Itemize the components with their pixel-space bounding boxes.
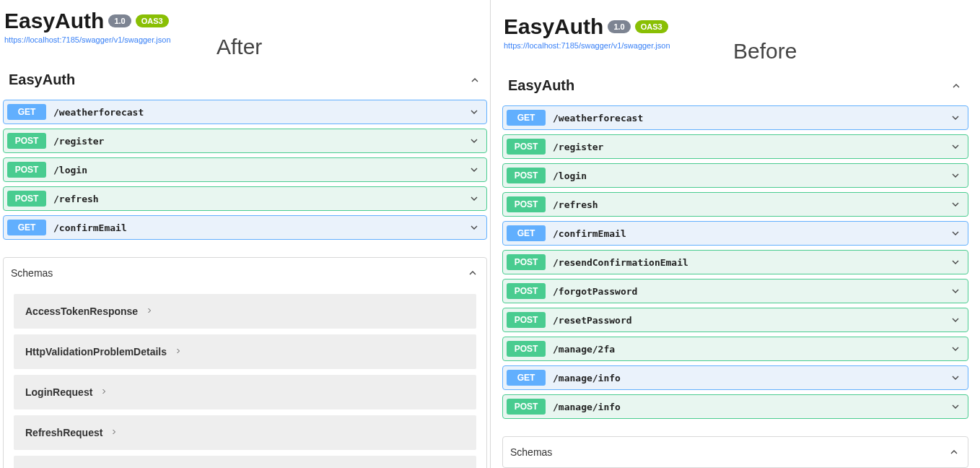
operation-path: /confirmEmail	[553, 228, 949, 239]
schemas-header[interactable]: Schemas	[4, 258, 486, 288]
operation-row[interactable]: POST/login	[502, 163, 968, 188]
operation-row[interactable]: POST/resetPassword	[502, 308, 968, 332]
chevron-down-icon	[949, 342, 962, 355]
chevron-down-icon	[949, 140, 962, 153]
chevron-right-icon	[145, 306, 154, 317]
method-badge: GET	[7, 104, 46, 120]
chevron-up-icon	[466, 266, 479, 280]
operation-path: /confirmEmail	[53, 222, 468, 233]
operation-row[interactable]: POST/manage/2fa	[502, 337, 968, 361]
chevron-up-icon	[468, 74, 481, 87]
schema-name: AccessTokenResponse	[25, 306, 138, 317]
method-badge: GET	[507, 370, 546, 386]
method-badge: POST	[507, 312, 546, 328]
chevron-down-icon	[468, 105, 481, 118]
version-badge: 1.0	[108, 14, 131, 27]
operation-row[interactable]: POST/refresh	[502, 192, 968, 217]
method-badge: POST	[507, 139, 546, 155]
operation-path: /register	[553, 142, 949, 152]
schema-item[interactable]: RegisterRequest	[14, 456, 476, 468]
method-badge: POST	[507, 168, 546, 183]
chevron-down-icon	[949, 371, 962, 384]
operation-row[interactable]: POST/manage/info	[502, 394, 968, 419]
title-row: EasyAuth 1.0 OAS3	[3, 6, 487, 32]
operation-row[interactable]: POST/refresh	[3, 186, 487, 211]
method-badge: POST	[507, 196, 546, 212]
operation-path: /login	[553, 170, 949, 181]
schemas-list: AccessTokenResponseHttpValidationProblem…	[4, 294, 486, 468]
chevron-up-icon	[948, 446, 961, 459]
schema-name: LoginRequest	[25, 386, 92, 398]
method-badge: POST	[7, 133, 46, 149]
operation-row[interactable]: POST/resendConfirmationEmail	[502, 250, 968, 274]
operations-list: GET/weatherforecastPOST/registerPOST/log…	[3, 100, 487, 240]
chevron-right-icon	[100, 386, 108, 398]
method-badge: POST	[7, 191, 46, 207]
operation-row[interactable]: POST/forgotPassword	[502, 279, 968, 303]
method-badge: GET	[507, 225, 546, 241]
schemas-label: Schemas	[510, 446, 552, 458]
operation-row[interactable]: GET/weatherforecast	[3, 100, 487, 124]
chevron-down-icon	[949, 285, 962, 298]
operation-row[interactable]: GET/manage/info	[502, 365, 968, 390]
chevron-down-icon	[949, 227, 962, 240]
method-badge: POST	[507, 283, 546, 299]
panel-before: EasyAuth 1.0 OAS3 https://localhost:7185…	[491, 0, 980, 468]
schema-item[interactable]: AccessTokenResponse	[14, 294, 476, 329]
method-badge: GET	[507, 110, 546, 126]
operation-path: /refresh	[53, 194, 468, 204]
operation-path: /manage/info	[553, 402, 949, 412]
operations-list: GET/weatherforecastPOST/registerPOST/log…	[502, 105, 968, 419]
operation-row[interactable]: POST/register	[3, 129, 487, 153]
schema-item[interactable]: HttpValidationProblemDetails	[14, 334, 476, 369]
operation-path: /resetPassword	[553, 315, 949, 326]
chevron-down-icon	[949, 111, 962, 124]
title-row: EasyAuth 1.0 OAS3	[502, 12, 968, 38]
oas-badge: OAS3	[635, 20, 668, 33]
chevron-down-icon	[468, 163, 481, 176]
tag-label: EasyAuth	[508, 77, 574, 94]
operation-path: /manage/2fa	[553, 344, 949, 355]
schemas-header[interactable]: Schemas	[503, 437, 968, 467]
operation-path: /login	[53, 165, 468, 176]
chevron-right-icon	[110, 427, 118, 438]
operation-path: /register	[53, 136, 468, 147]
method-badge: POST	[507, 254, 546, 270]
operation-row[interactable]: GET/confirmEmail	[502, 221, 968, 246]
operation-path: /refresh	[553, 199, 949, 210]
chevron-down-icon	[468, 192, 481, 205]
version-badge: 1.0	[608, 20, 630, 33]
method-badge: POST	[507, 399, 546, 415]
operation-path: /resendConfirmationEmail	[553, 257, 949, 268]
overlay-label-before: Before	[733, 39, 797, 64]
schemas-label: Schemas	[11, 267, 53, 279]
tag-label: EasyAuth	[9, 72, 75, 88]
schema-item[interactable]: LoginRequest	[14, 375, 476, 410]
operation-row[interactable]: GET/weatherforecast	[502, 105, 968, 130]
operation-row[interactable]: GET/confirmEmail	[3, 215, 487, 240]
method-badge: POST	[7, 162, 46, 178]
oas-badge: OAS3	[136, 14, 169, 27]
overlay-label-after: After	[216, 35, 262, 59]
chevron-down-icon	[949, 313, 962, 326]
tag-header-easyauth[interactable]: EasyAuth	[3, 64, 487, 95]
chevron-down-icon	[949, 198, 962, 211]
panel-after: EasyAuth 1.0 OAS3 https://localhost:7185…	[0, 0, 491, 468]
schema-name: RefreshRequest	[25, 427, 102, 438]
chevron-down-icon	[468, 134, 481, 147]
operation-path: /manage/info	[553, 373, 949, 384]
chevron-down-icon	[949, 400, 962, 413]
method-badge: POST	[507, 341, 546, 357]
chevron-right-icon	[174, 346, 183, 358]
schemas-section: Schemas AccessTokenResponseHttpValidatio…	[3, 257, 487, 468]
tag-header-easyauth[interactable]: EasyAuth	[502, 70, 968, 101]
operation-row[interactable]: POST/login	[3, 157, 487, 182]
api-title: EasyAuth	[504, 14, 603, 38]
method-badge: GET	[7, 220, 46, 235]
api-title: EasyAuth	[4, 9, 104, 32]
chevron-up-icon	[950, 79, 963, 92]
operation-path: /weatherforecast	[553, 113, 949, 124]
schemas-section: Schemas	[502, 436, 968, 468]
schema-item[interactable]: RefreshRequest	[14, 415, 476, 450]
operation-row[interactable]: POST/register	[502, 134, 968, 159]
